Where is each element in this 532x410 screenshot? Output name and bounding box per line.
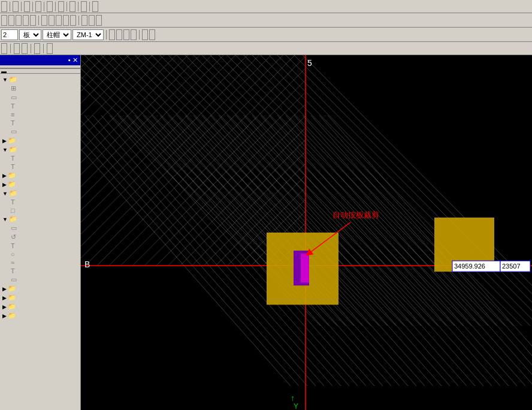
tree-item-spiral-slab[interactable]: ↺: [10, 233, 79, 242]
tree-folder-cad[interactable]: ▶ 📁: [1, 311, 79, 320]
btn-parallel[interactable]: [149, 29, 155, 40]
tree-folder-door[interactable]: ▶ 📁: [1, 180, 79, 189]
canvas-area[interactable]: 5 B 自动按板裁剪 34959.926 23507 ↑ Y: [81, 55, 532, 410]
floor-num-input[interactable]: [1, 29, 18, 40]
tree-folder-slab[interactable]: ▼ 📁: [1, 215, 79, 224]
element-subtype-select[interactable]: 柱帽: [43, 29, 71, 40]
svg-text:5: 5: [307, 58, 312, 68]
tree-beam-children: T □: [1, 198, 79, 215]
btn-calc[interactable]: [13, 1, 19, 12]
btn-offset[interactable]: [89, 15, 95, 26]
tree-item-floor-band[interactable]: ▭: [10, 275, 79, 284]
tree-item-wall[interactable]: ≡: [10, 110, 79, 119]
toolbar-row1: [0, 0, 532, 13]
element-id-select[interactable]: ZM-1: [72, 29, 104, 40]
tree-column-children: T T: [1, 154, 79, 171]
tree-folder-beam[interactable]: ▼ 📁: [1, 189, 79, 198]
btn-pick-comp[interactable]: [131, 29, 137, 40]
btn-3d[interactable]: [58, 1, 64, 12]
btn-batch[interactable]: [47, 1, 53, 12]
toolbar-area: 板 柱帽 ZM-1: [0, 0, 532, 55]
btn-trim[interactable]: [49, 15, 55, 26]
tree-item-struct-col[interactable]: T: [10, 162, 79, 171]
tree-item-slab-rebar[interactable]: ≈: [10, 258, 79, 267]
sep15: [43, 44, 44, 53]
sep8: [89, 2, 90, 11]
tree-folder-column[interactable]: ▼ 📁: [1, 145, 79, 154]
toolbar-row4: [0, 42, 532, 55]
sep13: [10, 44, 11, 53]
tree-item-beam-l[interactable]: T: [10, 198, 79, 206]
sep4: [44, 2, 44, 11]
toolbar-row2: [0, 13, 532, 28]
btn-extend[interactable]: [41, 15, 47, 26]
tree-item-col-z[interactable]: T: [10, 154, 79, 162]
btn-two-point[interactable]: [142, 29, 148, 40]
tree-slab-children: ▭ ↺ T ○ ≈: [1, 224, 79, 284]
tree-common-children: ⊞ ▭ T ≡ T: [1, 84, 79, 136]
sep12: [139, 30, 140, 40]
btn-rot-point[interactable]: [22, 43, 28, 54]
btn-delete-r1[interactable]: [81, 1, 87, 12]
btn-point[interactable]: [14, 43, 20, 54]
tree-folder-axis[interactable]: ▶ 📁: [1, 136, 79, 145]
tree-item-found[interactable]: ▭: [10, 93, 79, 102]
svg-text:↑: ↑: [291, 393, 295, 403]
canvas-svg: 5 B 自动按板裁剪 34959.926 23507 ↑ Y: [81, 55, 532, 410]
btn-property[interactable]: [109, 29, 115, 40]
tree-folder-custom[interactable]: ▶ 📁: [1, 302, 79, 311]
sep3: [32, 2, 33, 11]
svg-text:Y: Y: [294, 402, 298, 410]
tree-folder-other[interactable]: ▶ 📁: [1, 293, 79, 302]
sidebar-float-icon[interactable]: ▪ ✕: [68, 56, 78, 64]
tree-item-beam[interactable]: T: [10, 119, 79, 127]
sep14: [31, 44, 31, 53]
btn-comp-list[interactable]: [123, 29, 129, 40]
sidebar-tree: ▼ 📁 ⊞ ▭ T ≡: [0, 74, 80, 410]
svg-rect-75: [301, 254, 309, 282]
btn-split[interactable]: [70, 15, 76, 26]
btn-mirror[interactable]: [16, 15, 22, 26]
tree-item-col[interactable]: T: [10, 102, 79, 110]
btn-break[interactable]: [56, 15, 62, 26]
sep6: [66, 2, 67, 11]
tree-folder-wall[interactable]: ▶ 📁: [1, 171, 79, 180]
btn-rotate[interactable]: [30, 15, 36, 26]
tree-item-ring-beam[interactable]: □: [10, 206, 79, 215]
sep1: [10, 2, 10, 11]
sidebar-collapse-icon[interactable]: ▬: [1, 68, 7, 74]
tree-item-col-cap[interactable]: T: [10, 242, 79, 250]
btn-stretch[interactable]: [96, 15, 102, 26]
btn-copy[interactable]: [8, 15, 14, 26]
sep5: [55, 2, 56, 11]
btn-edit-rebar[interactable]: [116, 29, 122, 40]
main-area: ▪ ✕ ▬ ▼ 📁 ⊞ ▭: [0, 55, 532, 410]
tree-item-slab-hole[interactable]: ○: [10, 250, 79, 258]
btn-lock[interactable]: [69, 1, 75, 12]
sep2: [21, 2, 22, 11]
btn-align[interactable]: [81, 15, 87, 26]
tree-item-neg-rebar[interactable]: T: [10, 267, 79, 275]
tree-folder-common[interactable]: ▼ 📁: [1, 75, 79, 84]
btn-move[interactable]: [23, 15, 29, 26]
svg-text:B: B: [84, 260, 90, 269]
btn-select[interactable]: [1, 43, 7, 54]
btn-1d[interactable]: [92, 1, 98, 12]
btn-edit-note[interactable]: [47, 43, 53, 54]
toolbar-row3: 板 柱帽 ZM-1: [0, 28, 532, 42]
element-type-select[interactable]: 板: [19, 29, 41, 40]
sidebar-title: ▪ ✕: [0, 55, 80, 65]
btn-find[interactable]: [24, 1, 30, 12]
tree-item-cast-slab[interactable]: ▭: [10, 224, 79, 233]
btn-merge[interactable]: [63, 15, 69, 26]
btn-auto-place[interactable]: [34, 43, 40, 54]
tree-folder-foundation[interactable]: ▶ 📁: [1, 284, 79, 293]
btn-rebar[interactable]: [35, 1, 41, 12]
btn-define[interactable]: [1, 1, 7, 12]
tree-item-grid[interactable]: ⊞: [10, 84, 79, 93]
svg-text:自动按板裁剪: 自动按板裁剪: [332, 210, 379, 219]
sep7: [78, 2, 78, 11]
btn-delete[interactable]: [1, 15, 7, 26]
tree-item-slab[interactable]: ▭: [10, 127, 79, 136]
sep10: [78, 16, 79, 25]
